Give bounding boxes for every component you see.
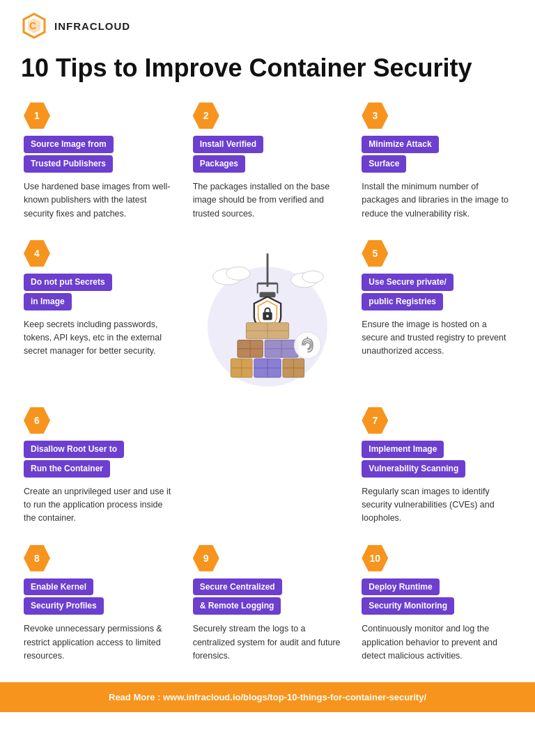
- tip-5-desc: Ensure the image is hosted on a secure a…: [362, 318, 511, 359]
- page-title: 10 Tips to Improve Container Security: [0, 46, 535, 95]
- tip-3-label-group: Minimize Attack Surface: [362, 136, 511, 175]
- tip-7-number: 7: [372, 415, 378, 426]
- tip-2-number: 2: [203, 110, 209, 121]
- tip-6-label-group: Disallow Root User to Run the Container: [24, 441, 173, 480]
- tip-2-badge: 2: [193, 102, 219, 129]
- logo-text: INFRACLOUD: [54, 20, 130, 32]
- tip-6-label-line-1: Disallow Root User to: [24, 441, 124, 458]
- tip-1-label-group: Source Image from Trusted Publishers: [24, 136, 173, 175]
- tip-8-label-group: Enable Kernel Security Profiles: [24, 578, 173, 617]
- tip-5-label-line-2: public Registries: [362, 293, 443, 310]
- tip-10-badge: 10: [362, 545, 388, 572]
- tip-6-desc: Create an unprivileged user and use it t…: [24, 485, 173, 526]
- tip-1-number: 1: [34, 110, 40, 121]
- tip-2-label-line-1: Install Verified: [193, 136, 263, 153]
- svg-point-5: [226, 267, 250, 280]
- tip-8-label-line-2: Security Profiles: [24, 597, 104, 615]
- tip-10-label-line-1: Deploy Runtime: [362, 578, 439, 596]
- tip-9-label-group: Secure Centralized & Remote Logging: [193, 578, 343, 617]
- tip-4-label-line-2: in Image: [24, 293, 72, 310]
- svg-text:C: C: [29, 20, 36, 31]
- tip-5: 5 Use Secure private/ public Registries …: [352, 233, 521, 400]
- tip-1-label-line-2: Trusted Publishers: [24, 155, 113, 173]
- tip-2-label-line-2: Packages: [193, 155, 245, 173]
- tip-6-badge: 6: [24, 407, 50, 434]
- tip-7-label-line-1: Implement Image: [362, 441, 444, 458]
- tip-2-desc: The packages installed on the base image…: [193, 180, 343, 221]
- tip-4-number: 4: [34, 248, 40, 259]
- tip-5-label-line-1: Use Secure private/: [362, 274, 453, 291]
- tip-5-number: 5: [372, 248, 378, 259]
- tip-3-number: 3: [372, 110, 378, 121]
- tip-1-label-line-1: Source Image from: [24, 136, 114, 153]
- tip-7-desc: Regularly scan images to identify securi…: [362, 485, 511, 526]
- tip-9-desc: Securely stream the logs to a centralize…: [193, 622, 343, 663]
- header: C INFRACLOUD: [0, 0, 535, 46]
- tip-6-label-line-2: Run the Container: [24, 460, 110, 478]
- tip-7: 7 Implement Image Vulnerability Scanning…: [352, 400, 521, 538]
- row3-middle-empty: [183, 400, 352, 538]
- tip-1-badge: 1: [24, 102, 50, 129]
- tips-row-4: 8 Enable Kernel Security Profiles Revoke…: [0, 538, 535, 676]
- tip-10: 10 Deploy Runtime Security Monitoring Co…: [352, 538, 521, 676]
- center-illustration: [183, 233, 352, 400]
- tip-8: 8 Enable Kernel Security Profiles Revoke…: [14, 538, 183, 676]
- footer-text: Read More : www.infracloud.io/blogs/top-…: [109, 692, 426, 702]
- tip-10-label-line-2: Security Monitoring: [362, 597, 454, 615]
- footer-bar: Read More : www.infracloud.io/blogs/top-…: [0, 682, 535, 712]
- tip-2-label-group: Install Verified Packages: [193, 136, 343, 175]
- tip-8-desc: Revoke unnecessary permissions & restric…: [24, 622, 173, 663]
- tip-8-number: 8: [34, 553, 40, 564]
- tip-7-badge: 7: [362, 407, 388, 434]
- tip-6-number: 6: [34, 415, 40, 426]
- svg-point-33: [294, 332, 320, 359]
- svg-point-7: [302, 271, 324, 283]
- tip-7-label-group: Implement Image Vulnerability Scanning: [362, 441, 511, 480]
- tip-9-number: 9: [203, 553, 209, 564]
- tip-3-label-line-1: Minimize Attack: [362, 136, 438, 153]
- tips-row-3: 6 Disallow Root User to Run the Containe…: [0, 400, 535, 538]
- tip-3-desc: Install the minimum number of packages a…: [362, 180, 511, 221]
- tip-8-badge: 8: [24, 545, 50, 572]
- tip-10-desc: Continuously monitor and log the applica…: [362, 622, 511, 663]
- tip-7-label-line-2: Vulnerability Scanning: [362, 460, 465, 478]
- tip-3-badge: 3: [362, 102, 388, 129]
- tip-9: 9 Secure Centralized & Remote Logging Se…: [183, 538, 352, 676]
- tip-4-label-group: Do not put Secrets in Image: [24, 274, 173, 313]
- tip-9-badge: 9: [193, 545, 219, 572]
- tip-3-label-line-2: Surface: [362, 155, 406, 173]
- tips-row-2: 4 Do not put Secrets in Image Keep secre…: [0, 233, 535, 400]
- container-security-illustration: [198, 240, 337, 393]
- tip-3: 3 Minimize Attack Surface Install the mi…: [352, 95, 521, 233]
- infracloud-logo-icon: C: [21, 13, 47, 39]
- tip-4-badge: 4: [24, 240, 50, 267]
- tip-1: 1 Source Image from Trusted Publishers U…: [14, 95, 183, 233]
- tip-9-label-line-2: & Remote Logging: [193, 597, 281, 615]
- tip-2: 2 Install Verified Packages The packages…: [183, 95, 352, 233]
- tip-4-label-line-1: Do not put Secrets: [24, 274, 112, 291]
- tip-4: 4 Do not put Secrets in Image Keep secre…: [14, 233, 183, 400]
- svg-point-14: [266, 315, 269, 317]
- tip-6: 6 Disallow Root User to Run the Containe…: [14, 400, 183, 538]
- tip-5-label-group: Use Secure private/ public Registries: [362, 274, 511, 313]
- tip-8-label-line-1: Enable Kernel: [24, 578, 93, 596]
- tip-10-number: 10: [370, 553, 381, 564]
- tip-10-label-group: Deploy Runtime Security Monitoring: [362, 578, 511, 617]
- tip-4-desc: Keep secrets including passwords, tokens…: [24, 318, 173, 359]
- tip-1-desc: Use hardened base images from well-known…: [24, 180, 173, 221]
- tip-5-badge: 5: [362, 240, 388, 267]
- tips-row-1: 1 Source Image from Trusted Publishers U…: [0, 95, 535, 233]
- tip-9-label-line-1: Secure Centralized: [193, 578, 282, 596]
